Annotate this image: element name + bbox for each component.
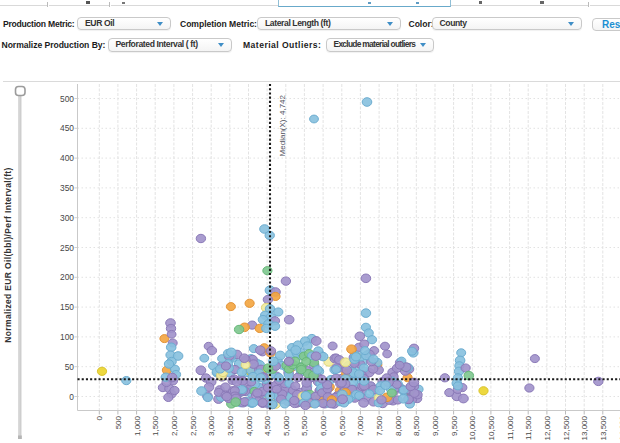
- svg-text:0: 0: [95, 415, 104, 420]
- svg-text:5,000: 5,000: [282, 415, 291, 436]
- svg-text:500: 500: [114, 415, 123, 429]
- svg-text:250: 250: [60, 243, 74, 253]
- svg-text:300: 300: [60, 213, 74, 223]
- svg-text:11,500: 11,500: [524, 415, 533, 439]
- svg-text:7,000: 7,000: [356, 415, 365, 436]
- svg-text:3,000: 3,000: [207, 415, 216, 436]
- svg-text:200: 200: [60, 272, 74, 282]
- svg-text:0: 0: [69, 392, 74, 402]
- svg-text:4,000: 4,000: [245, 415, 254, 436]
- svg-text:5,500: 5,500: [300, 415, 309, 436]
- svg-text:10,500: 10,500: [487, 415, 496, 440]
- svg-text:450: 450: [60, 123, 74, 133]
- svg-text:8,000: 8,000: [394, 415, 403, 436]
- svg-text:150: 150: [60, 302, 74, 312]
- svg-text:350: 350: [60, 183, 74, 193]
- svg-text:7,500: 7,500: [375, 415, 384, 436]
- svg-text:6,500: 6,500: [338, 415, 347, 436]
- svg-text:50: 50: [65, 362, 75, 372]
- svg-text:10,000: 10,000: [468, 415, 477, 440]
- svg-text:11,000: 11,000: [506, 415, 515, 439]
- svg-text:400: 400: [60, 153, 74, 163]
- svg-text:2,000: 2,000: [170, 415, 179, 436]
- svg-text:100: 100: [60, 332, 74, 342]
- svg-text:2,500: 2,500: [189, 415, 198, 436]
- svg-text:1,500: 1,500: [151, 415, 160, 436]
- svg-text:13,000: 13,000: [580, 415, 589, 440]
- svg-text:12,000: 12,000: [543, 415, 552, 440]
- svg-text:9,000: 9,000: [431, 415, 440, 436]
- svg-text:500: 500: [60, 94, 74, 104]
- svg-text:8,500: 8,500: [412, 415, 421, 436]
- svg-text:13,500: 13,500: [599, 415, 608, 440]
- svg-text:1,000: 1,000: [133, 415, 142, 436]
- svg-text:12,500: 12,500: [562, 415, 571, 440]
- svg-text:9,500: 9,500: [450, 415, 459, 436]
- svg-text:4,500: 4,500: [263, 415, 272, 436]
- svg-text:3,500: 3,500: [226, 415, 235, 436]
- svg-text:Normalized EUR Oil(bbl)/Perf I: Normalized EUR Oil(bbl)/Perf Interval(ft…: [3, 167, 13, 342]
- svg-text:6,000: 6,000: [319, 415, 328, 436]
- svg-text:Median(X): 4,742: Median(X): 4,742: [278, 94, 287, 156]
